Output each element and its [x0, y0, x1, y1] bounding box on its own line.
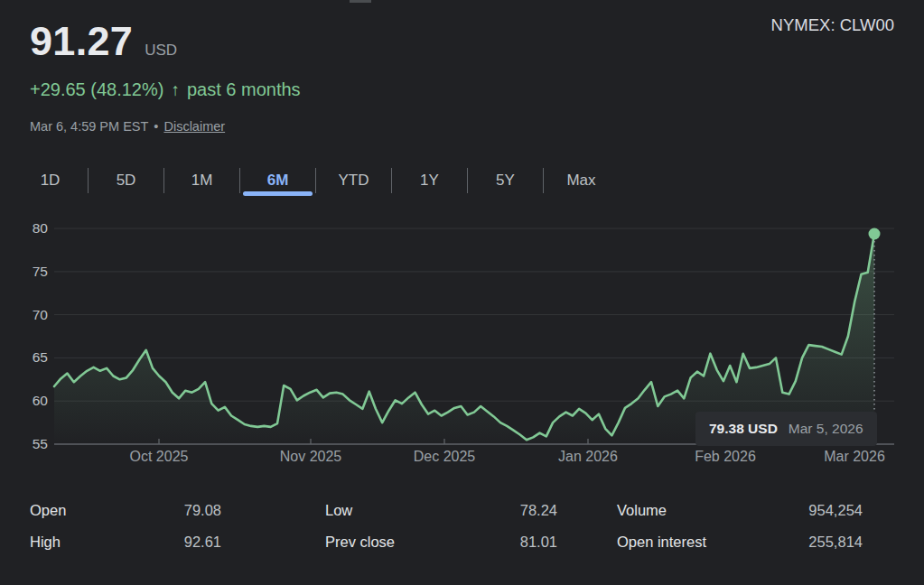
stat-label-low: Low [325, 502, 352, 519]
x-axis-label: Nov 2025 [280, 449, 342, 465]
top-crop-artifact [350, 0, 371, 3]
tab-label: 5D [117, 172, 136, 190]
stat-value-open-interest: 255,814 [732, 534, 863, 551]
tab-ytd[interactable]: YTD [316, 165, 391, 196]
tab-label: 5Y [496, 172, 515, 190]
y-axis-label: 75 [0, 264, 48, 280]
stat-value-open: 79.08 [108, 502, 221, 519]
tab-max[interactable]: Max [544, 165, 619, 196]
tab-label: 6M [267, 172, 289, 190]
y-axis-label: 70 [0, 307, 48, 323]
stat-value-volume: 954,254 [732, 502, 863, 519]
tab-label: Max [566, 172, 595, 190]
x-axis-label: Mar 2026 [824, 449, 885, 465]
tab-label: YTD [339, 172, 369, 190]
stat-value-low: 78.24 [434, 502, 557, 519]
stat-label-high: High [30, 534, 61, 551]
tab-label: 1D [41, 172, 61, 190]
price-header: 91.27 USD [30, 18, 177, 65]
y-axis-label: 60 [0, 393, 48, 409]
exchange-symbol: NYMEX: CLW00 [771, 15, 894, 35]
tab-5d[interactable]: 5D [89, 165, 163, 196]
tab-label: 1M [191, 172, 213, 190]
tab-5y[interactable]: 5Y [468, 165, 543, 196]
up-arrow-icon: ↑ [171, 80, 180, 100]
stat-label-volume: Volume [617, 502, 667, 519]
current-price: 91.27 [30, 18, 133, 65]
y-axis-label: 65 [0, 349, 48, 366]
range-tab-bar: 1D 5D 1M 6M YTD 1Y 5Y Max [13, 165, 619, 196]
y-axis-label: 55 [0, 436, 48, 452]
tab-1y[interactable]: 1Y [392, 165, 467, 196]
stat-value-high: 92.61 [108, 534, 221, 551]
x-axis-label: Dec 2025 [414, 449, 476, 465]
chart-tooltip: 79.38 USD Mar 5, 2026 [695, 412, 877, 446]
price-chart[interactable]: 80 75 70 65 60 55 Oct 2025 Nov 2025 Dec … [0, 212, 924, 483]
x-axis-label: Jan 2026 [558, 449, 618, 465]
stat-label-prev-close: Prev close [325, 534, 395, 551]
price-change: +29.65 (48.12%) [30, 79, 163, 100]
active-tab-underline [243, 191, 313, 196]
tab-1d[interactable]: 1D [13, 165, 88, 196]
tab-6m[interactable]: 6M [240, 165, 315, 196]
disclaimer-link[interactable]: Disclaimer [163, 119, 225, 134]
quote-timestamp-row: Mar 6, 4:59 PM EST • Disclaimer [30, 119, 225, 134]
separator-dot: • [154, 119, 158, 134]
price-change-row: +29.65 (48.12%) ↑ past 6 months [30, 79, 301, 100]
change-period: past 6 months [187, 79, 301, 100]
currency-label: USD [145, 42, 177, 60]
y-axis-label: 80 [0, 220, 48, 237]
stat-label-open: Open [30, 502, 66, 519]
tab-label: 1Y [420, 172, 439, 190]
last-price-dot [869, 228, 881, 240]
stat-label-open-interest: Open interest [617, 534, 706, 551]
tooltip-price: 79.38 USD [709, 421, 778, 437]
tab-1m[interactable]: 1M [164, 165, 239, 196]
x-axis-label: Feb 2026 [695, 449, 756, 465]
quote-timestamp: Mar 6, 4:59 PM EST [30, 119, 148, 134]
tooltip-date: Mar 5, 2026 [789, 421, 863, 437]
x-axis-label: Oct 2025 [130, 449, 189, 465]
stat-value-prev-close: 81.01 [434, 534, 557, 551]
